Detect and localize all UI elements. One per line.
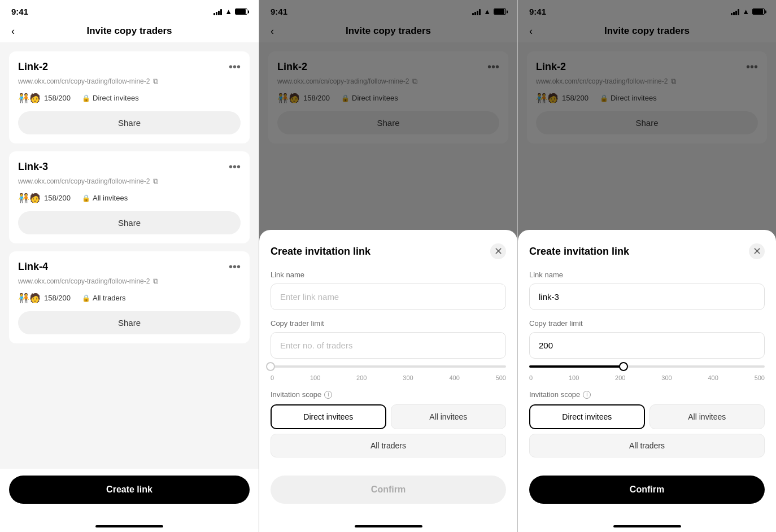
slider-thumb-2[interactable] [266,362,275,371]
slider-track-2[interactable] [271,365,506,368]
modal-title-3: Create invitation link [529,246,629,258]
more-menu-2[interactable]: ••• [229,60,241,73]
scope-label-row-3: Invitation scope i [529,390,765,399]
share-button-4[interactable]: Share [18,311,241,334]
page-title-1: Invite copy traders [86,25,172,37]
scope-section-3: Invitation scope i Direct invitees All i… [529,390,765,457]
scope-all-traders-3[interactable]: All traders [529,434,765,457]
link-url-4: www.okx.com/cn/copy-trading/follow-mine-… [18,277,150,285]
modal-sheet-2: Create invitation link ✕ Link name Copy … [259,230,517,532]
screen-1: 9:41 ▲ ‹ Invite copy traders [0,0,259,532]
signal-bar-2 [216,12,217,15]
scope-badge-2: 🔒 Direct invitees [82,94,139,102]
link-stats-2: 🧑‍🤝‍🧑🧑 158/200 🔒 Direct invitees [18,93,241,103]
modal-title-2: Create invitation link [271,246,370,258]
signal-bars-1 [213,8,222,15]
link-name-label-2: Link name [271,271,506,279]
stat-count-3: 158/200 [44,194,71,202]
avatar-emoji-2: 🧑‍🤝‍🧑🧑 [18,93,41,103]
modal-sheet-3: Create invitation link ✕ Link name Copy … [518,230,776,532]
battery-fill-1 [236,9,246,14]
screen-2: 9:41 ▲ ‹ Invite copy traders [259,0,517,532]
scope-text-2: Direct invitees [93,94,139,102]
back-button-1[interactable]: ‹ [11,25,15,37]
link-name-label-3: Link name [529,271,765,279]
trader-limit-label-3: Copy trader limit [529,319,765,328]
scope-text-3: All invitees [93,194,128,202]
scope-label-3: Invitation scope [529,390,580,399]
close-icon-3[interactable]: ✕ [749,243,765,259]
scope-all-invitees-2[interactable]: All invitees [391,404,507,429]
scope-direct-3[interactable]: Direct invitees [529,404,645,429]
link-name-2: Link-2 [18,61,48,73]
copy-icon-2[interactable]: ⧉ [153,77,158,86]
link-card-2: Link-2 ••• www.okx.com/cn/copy-trading/f… [9,51,250,143]
bottom-bar-1: Create link [0,469,259,521]
link-stats-4: 🧑‍🤝‍🧑🧑 158/200 🔒 All traders [18,293,241,303]
avatars-3: 🧑‍🤝‍🧑🧑 158/200 [18,193,71,203]
trader-limit-label-2: Copy trader limit [271,319,506,328]
copy-icon-3[interactable]: ⧉ [153,177,158,186]
scope-section-2: Invitation scope i Direct invitees All i… [271,390,506,457]
screens-container: 9:41 ▲ ‹ Invite copy traders [0,0,776,532]
scope-direct-2[interactable]: Direct invitees [271,404,386,429]
scope-buttons-2: Direct invitees All invitees All traders [271,404,506,457]
link-name-group-2: Link name [271,271,506,310]
signal-bar-1 [213,13,215,15]
home-indicator-1 [0,521,259,532]
scope-all-invitees-3[interactable]: All invitees [649,404,765,429]
lock-icon-4: 🔒 [82,294,90,302]
lock-icon-3: 🔒 [82,194,90,202]
confirm-button-3[interactable]: Confirm [529,476,765,504]
share-button-3[interactable]: Share [18,211,241,234]
info-icon-3[interactable]: i [583,391,591,399]
screen-3: 9:41 ▲ ‹ Invite copy traders [517,0,776,532]
trader-limit-input-2[interactable] [271,332,506,359]
share-button-2[interactable]: Share [18,111,241,134]
link-card-header-2: Link-2 ••• [18,60,241,73]
link-url-row-3: www.okx.com/cn/copy-trading/follow-mine-… [18,177,241,186]
link-url-row-4: www.okx.com/cn/copy-trading/follow-mine-… [18,277,241,286]
scope-buttons-3: Direct invitees All invitees All traders [529,404,765,457]
modal-header-3: Create invitation link ✕ [529,243,765,259]
scope-label-row-2: Invitation scope i [271,390,506,399]
status-time-1: 9:41 [11,7,28,16]
status-bar-1: 9:41 ▲ [0,0,259,20]
link-name-input-2[interactable] [271,284,506,310]
link-url-row-2: www.okx.com/cn/copy-trading/follow-mine-… [18,77,241,86]
signal-bar-4 [220,9,222,15]
close-icon-2[interactable]: ✕ [490,243,506,259]
battery-icon-1 [235,8,247,15]
scope-label-2: Invitation scope [271,390,321,399]
home-indicator-3 [518,521,776,532]
copy-icon-4[interactable]: ⧉ [153,277,158,286]
info-icon-2[interactable]: i [324,391,332,399]
link-url-3: www.okx.com/cn/copy-trading/follow-mine-… [18,177,150,185]
link-card-4: Link-4 ••• www.okx.com/cn/copy-trading/f… [9,251,250,343]
stat-count-4: 158/200 [44,294,71,302]
home-bar-1 [95,525,163,527]
confirm-button-2[interactable]: Confirm [271,476,506,504]
link-stats-3: 🧑‍🤝‍🧑🧑 158/200 🔒 All invitees [18,193,241,203]
trader-limit-group-2: Copy trader limit 0 100 200 300 400 500 [271,319,506,381]
slider-track-3[interactable] [529,365,765,368]
trader-limit-group-3: Copy trader limit 0 100 200 300 400 500 [529,319,765,381]
scope-badge-3: 🔒 All invitees [82,194,128,202]
link-card-header-3: Link-3 ••• [18,160,241,173]
scope-all-traders-2[interactable]: All traders [271,434,506,457]
content-area-1: Link-2 ••• www.okx.com/cn/copy-trading/f… [0,42,259,469]
link-name-group-3: Link name [529,271,765,310]
more-menu-3[interactable]: ••• [229,160,241,173]
signal-bar-3 [218,11,220,15]
avatar-emoji-4: 🧑‍🤝‍🧑🧑 [18,293,41,303]
scope-badge-4: 🔒 All traders [82,294,126,302]
modal-header-2: Create invitation link ✕ [271,243,506,259]
avatar-emoji-3: 🧑‍🤝‍🧑🧑 [18,193,41,203]
more-menu-4[interactable]: ••• [229,260,241,273]
create-link-button-1[interactable]: Create link [9,476,250,504]
avatars-4: 🧑‍🤝‍🧑🧑 158/200 [18,293,71,303]
trader-limit-input-3[interactable] [529,332,765,359]
link-name-input-3[interactable] [529,284,765,310]
status-icons-1: ▲ [213,7,247,16]
slider-thumb-3[interactable] [619,362,628,371]
